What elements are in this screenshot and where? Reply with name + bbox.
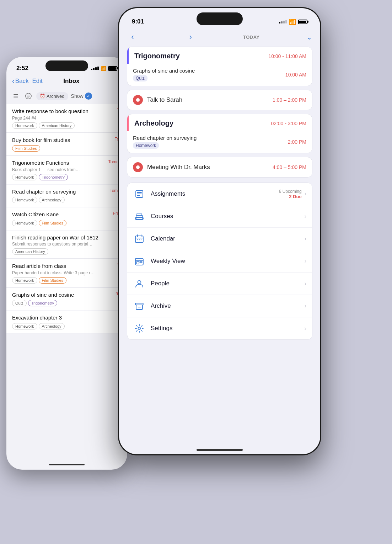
task-title: Watch Citizen Kane bbox=[12, 211, 59, 218]
list-item[interactable]: Read article from class W Paper handed o… bbox=[6, 259, 127, 287]
inbox-title: Inbox bbox=[63, 78, 79, 85]
chevron-down-icon[interactable]: ⌄ bbox=[306, 33, 312, 41]
task-subtitle: Page 244 #4 bbox=[12, 116, 122, 121]
signal-icon bbox=[91, 67, 99, 70]
list-item[interactable]: Buy book for film studies Tod Film Studi… bbox=[6, 133, 127, 156]
assignment-row[interactable]: Read chapter on surveying Homework 2:00 … bbox=[127, 131, 312, 153]
trigonometry-card[interactable]: Trigonometry 10:00 - 11:00 AM Graphs of … bbox=[127, 47, 312, 86]
filter-bar: ☰ ⏰ Archived Show ✓ bbox=[6, 88, 127, 104]
courses-icon bbox=[133, 210, 146, 223]
list-item[interactable]: Finish reading paper on War of 1812 M Su… bbox=[6, 231, 127, 259]
svg-point-7 bbox=[139, 239, 140, 240]
class-time: 10:00 - 11:00 AM bbox=[268, 53, 306, 59]
tag: American History bbox=[39, 122, 75, 129]
show-filter[interactable]: Show ✓ bbox=[71, 93, 92, 100]
archeology-card[interactable]: Archeology 02:00 - 3:00 PM Read chapter … bbox=[127, 114, 312, 153]
event-dot-icon bbox=[133, 162, 143, 172]
task-title: Write response to book question bbox=[12, 108, 88, 115]
menu-section: Assignments 6 Upcoming 2 Due › bbox=[127, 183, 312, 340]
tag: Film Studies bbox=[39, 220, 67, 226]
tag: Film Studies bbox=[39, 277, 67, 284]
event-dot-icon bbox=[133, 95, 143, 105]
notch-back bbox=[45, 60, 88, 71]
next-arrow[interactable]: › bbox=[185, 32, 196, 42]
menu-label: Calendar bbox=[151, 235, 305, 242]
list-item[interactable]: Excavation chapter 3 9/ Homework Archeol… bbox=[6, 311, 127, 333]
main-content: ‹ › TODAY ⌄ Trigonometry 10:00 - 11:00 A… bbox=[119, 29, 320, 454]
event-title: Talk to Sarah bbox=[147, 96, 273, 104]
task-tags: Film Studies bbox=[12, 145, 122, 152]
list-item[interactable]: Watch Citizen Kane Fri T Homework Film S… bbox=[6, 207, 127, 230]
assignment-title: Graphs of sine and cosine bbox=[133, 68, 195, 74]
archived-filter[interactable]: ⏰ Archived bbox=[36, 92, 68, 100]
class-name: Trigonometry bbox=[134, 52, 180, 60]
svg-rect-5 bbox=[135, 236, 143, 243]
task-subtitle: Submit responses to questions on portal… bbox=[12, 242, 122, 247]
task-tags: Homework American History bbox=[12, 122, 122, 129]
list-icon[interactable]: ☰ bbox=[11, 91, 21, 101]
menu-item-weekly[interactable]: Weekly View › bbox=[127, 250, 312, 273]
archive-icon bbox=[133, 300, 146, 312]
menu-item-settings[interactable]: Settings › bbox=[127, 317, 312, 339]
menu-item-assignments[interactable]: Assignments 6 Upcoming 2 Due › bbox=[127, 183, 312, 205]
menu-item-people[interactable]: People › bbox=[127, 273, 312, 295]
back-label[interactable]: Back bbox=[15, 78, 29, 85]
assignment-title: Read chapter on surveying bbox=[133, 135, 197, 141]
tag: American History bbox=[12, 248, 48, 255]
class-time: 02:00 - 3:00 PM bbox=[271, 121, 306, 126]
tag: Trigonometry bbox=[39, 174, 68, 180]
event-talk-to-sarah[interactable]: Talk to Sarah 1:00 – 2:00 PM bbox=[127, 90, 312, 110]
svg-point-12 bbox=[138, 281, 141, 284]
chevron-right-icon: › bbox=[305, 236, 306, 242]
chevron-right-icon: › bbox=[305, 280, 306, 287]
dynamic-island bbox=[197, 12, 243, 25]
menu-label: Assignments bbox=[151, 190, 279, 197]
today-label: TODAY bbox=[243, 35, 260, 40]
menu-label: Archive bbox=[151, 302, 305, 310]
event-meeting-dr-marks[interactable]: Meeting With Dr. Marks 4:00 – 5:00 PM bbox=[127, 157, 312, 178]
task-tags: Homework Archeology bbox=[12, 197, 122, 203]
tag: Trigonometry bbox=[28, 300, 57, 306]
svg-point-6 bbox=[137, 239, 138, 240]
edit-button[interactable]: Edit bbox=[32, 78, 42, 85]
chevron-right-icon: › bbox=[305, 213, 306, 220]
menu-item-calendar[interactable]: Calendar › bbox=[127, 228, 312, 250]
svg-rect-4 bbox=[137, 214, 142, 216]
task-title: Buy book for film studies bbox=[12, 137, 70, 144]
tag: Homework bbox=[12, 174, 37, 180]
status-icons-back: 📶 bbox=[91, 66, 117, 71]
task-title: Read chapter on surveying bbox=[12, 188, 76, 195]
task-tags: Homework Film Studies bbox=[12, 220, 122, 226]
menu-item-archive[interactable]: Archive › bbox=[127, 295, 312, 317]
task-tags: Homework Trigonometry bbox=[12, 174, 122, 180]
tag: Quiz bbox=[12, 300, 27, 306]
svg-rect-10 bbox=[136, 262, 139, 264]
prev-arrow[interactable]: ‹ bbox=[127, 32, 138, 42]
tag: Archeology bbox=[39, 197, 65, 203]
back-button[interactable]: ‹ Back Edit bbox=[12, 77, 43, 85]
task-title: Excavation chapter 3 bbox=[12, 314, 62, 321]
assignment-row[interactable]: Graphs of sine and cosine Quiz 10:00 AM bbox=[127, 64, 312, 86]
home-indicator bbox=[197, 449, 243, 451]
show-check-icon: ✓ bbox=[85, 93, 92, 100]
chevron-right-icon: › bbox=[305, 325, 306, 332]
assignment-time: 2:00 PM bbox=[288, 139, 306, 145]
list-item[interactable]: Write response to book question To Page … bbox=[6, 104, 127, 133]
today-nav: ‹ › TODAY ⌄ bbox=[127, 29, 312, 47]
tag: Archeology bbox=[39, 323, 65, 329]
sort-icon[interactable] bbox=[23, 91, 33, 101]
menu-label: People bbox=[151, 280, 305, 287]
list-item[interactable]: Read chapter on surveying Tomor Homework… bbox=[6, 185, 127, 207]
task-title: Read article from class bbox=[12, 263, 66, 270]
task-subtitle: Paper handed out in class. Write 3 page … bbox=[12, 270, 122, 275]
clock-icon: ⏰ bbox=[40, 94, 45, 99]
menu-item-courses[interactable]: Courses › bbox=[127, 205, 312, 228]
battery-icon-back bbox=[108, 66, 117, 71]
list-item[interactable]: Trigonometric Functions Tomorr Book chap… bbox=[6, 156, 127, 184]
list-item[interactable]: Graphs of sine and cosine 9/7 Quiz Trigo… bbox=[6, 288, 127, 311]
class-card-header-pink: Archeology 02:00 - 3:00 PM bbox=[127, 114, 312, 131]
assignment-tag: Homework bbox=[133, 142, 159, 149]
badge-upcoming: 6 Upcoming bbox=[279, 189, 302, 194]
signal-icon-front bbox=[279, 20, 287, 23]
battery-icon-front bbox=[298, 20, 307, 24]
